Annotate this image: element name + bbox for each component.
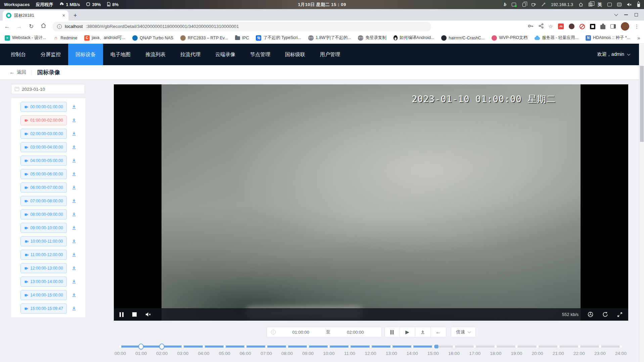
bookmark-item[interactable]: QNAP Turbo NAS: [132, 35, 173, 41]
extension-js-icon[interactable]: JS: [558, 24, 564, 29]
pause-icon[interactable]: [120, 312, 124, 317]
coffee-cup-icon[interactable]: [531, 2, 536, 7]
seek-back-button[interactable]: ←: [431, 327, 446, 337]
pause-button[interactable]: [384, 327, 400, 337]
segment-button[interactable]: 08:00:00-09:00:00: [20, 209, 67, 219]
bookmarks-overflow-icon[interactable]: »: [637, 35, 640, 41]
download-segment-icon[interactable]: [71, 171, 77, 177]
download-segment-icon[interactable]: [71, 211, 77, 217]
reload-icon[interactable]: ↻: [28, 23, 35, 30]
timeline-handle[interactable]: [159, 344, 165, 350]
download-segment-icon[interactable]: [71, 292, 77, 298]
bookmark-item[interactable]: NHDAtmos :: 种子 *...: [586, 35, 630, 41]
battery-icon[interactable]: [637, 2, 640, 7]
nav-tab-4[interactable]: 电子地图: [103, 44, 138, 65]
tab-close-icon[interactable]: ×: [62, 13, 65, 18]
workspace-switcher-icon[interactable]: [589, 3, 592, 6]
segment-button[interactable]: 15:00:00-15:09:47: [20, 304, 67, 314]
bookmark-item[interactable]: 1.8W字|了不起的...: [308, 35, 351, 41]
page-scrollbar[interactable]: [639, 44, 644, 362]
segment-button[interactable]: 10:00:00-11:00:00: [20, 236, 67, 246]
segment-button[interactable]: 05:00:00-06:00:00: [20, 169, 67, 179]
home-icon[interactable]: [40, 23, 47, 30]
download-button[interactable]: [415, 327, 431, 337]
nav-tab-5[interactable]: 推流列表: [138, 44, 173, 65]
end-time-value[interactable]: 02:00:00: [334, 330, 377, 335]
scrollbar-thumb[interactable]: [640, 66, 644, 142]
segment-button[interactable]: 06:00:00-07:00:00: [20, 183, 67, 193]
window-tray-icon[interactable]: [607, 3, 612, 6]
download-segment-icon[interactable]: [71, 158, 77, 164]
bookmark-item[interactable]: ∩Redmine: [53, 35, 77, 41]
bookmark-item[interactable]: 服务器 - 轻量应用...: [535, 35, 579, 41]
download-segment-icon[interactable]: [71, 185, 77, 191]
download-segment-icon[interactable]: [71, 131, 77, 137]
download-segment-icon[interactable]: [71, 279, 77, 285]
segment-button[interactable]: 04:00:00-05:00:00: [20, 156, 67, 166]
password-key-icon[interactable]: [527, 23, 534, 30]
download-segment-icon[interactable]: [71, 198, 77, 204]
segment-button[interactable]: 14:00:00-15:00:00: [20, 290, 67, 300]
download-segment-icon[interactable]: [71, 104, 77, 110]
share-icon[interactable]: [539, 23, 544, 30]
snapshot-shutter-icon[interactable]: [588, 312, 593, 317]
video-player[interactable]: 2023-01-10 01:00:00 星期二 552 kb/s: [114, 84, 628, 321]
segment-button[interactable]: 12:00:00-13:00:00: [20, 263, 67, 273]
segment-button[interactable]: 03:00:00-04:00:00: [20, 142, 67, 152]
mute-icon[interactable]: [145, 312, 151, 317]
timeline-handle[interactable]: [138, 344, 144, 350]
nav-tab-8[interactable]: 节点管理: [243, 44, 278, 65]
back-icon[interactable]: ←: [3, 23, 11, 30]
nav-tab-1[interactable]: 控制台: [3, 44, 33, 65]
bookmark-item[interactable]: hairrrrr/C-CrashC...: [441, 35, 485, 41]
screenshot-tray-icon[interactable]: [512, 3, 516, 6]
segment-button[interactable]: 07:00:00-08:00:00: [20, 196, 67, 206]
segment-button[interactable]: 11:00:00-12:00:00: [20, 250, 67, 260]
bookmark-item[interactable]: 知了不起的 TypeScri...: [256, 35, 301, 41]
download-segment-icon[interactable]: [71, 252, 77, 258]
segment-button[interactable]: 01:00:00-02:00:00: [20, 115, 67, 125]
start-time-value[interactable]: 01:00:00: [280, 330, 322, 335]
bookmark-item[interactable]: 如何编译Android...: [394, 35, 434, 41]
bookmark-star-icon[interactable]: ☆: [549, 24, 553, 30]
nav-tab-7[interactable]: 云端录像: [208, 44, 243, 65]
download-segment-icon[interactable]: [71, 225, 77, 231]
profile-avatar[interactable]: [621, 22, 629, 31]
nav-tab-2[interactable]: 分屏监控: [33, 44, 68, 65]
browser-menu-icon[interactable]: ⋮: [634, 24, 639, 30]
download-segment-icon[interactable]: [71, 238, 77, 244]
nav-tab-10[interactable]: 用户管理: [313, 44, 348, 65]
download-segment-icon[interactable]: [71, 117, 77, 123]
workspaces-button[interactable]: Workspaces: [4, 2, 30, 7]
window-minimize-icon[interactable]: [624, 14, 628, 15]
nav-tab-6[interactable]: 拉流代理: [173, 44, 208, 65]
color-picker-icon[interactable]: [541, 2, 546, 7]
tab-search-chevron-icon[interactable]: [614, 12, 618, 16]
extensions-puzzle-icon[interactable]: [600, 25, 605, 29]
bookmark-item[interactable]: Cjava、android可...: [84, 35, 125, 41]
nav-tab-9[interactable]: 国标级联: [278, 44, 313, 65]
extension-incognito-icon[interactable]: [569, 24, 574, 29]
bookmark-item[interactable]: RFC2833 – RTP Ev...: [180, 35, 228, 41]
download-segment-icon[interactable]: [71, 306, 77, 312]
fullscreen-icon[interactable]: [617, 312, 623, 317]
forward-icon[interactable]: →: [15, 23, 23, 30]
back-button[interactable]: ← 返回: [9, 69, 26, 75]
segment-button[interactable]: 09:00:00-10:00:00: [20, 223, 67, 233]
browser-tab[interactable]: 国标28181 ×: [3, 10, 68, 21]
bing-tray-icon[interactable]: b: [504, 2, 506, 7]
time-range-input[interactable]: 01:00:00 至 02:00:00: [267, 327, 382, 337]
bookmark-item[interactable]: IPC: [235, 36, 249, 40]
new-tab-button[interactable]: +: [71, 11, 80, 20]
volume-muted-icon[interactable]: [627, 2, 632, 7]
ip-address[interactable]: 192.168.1.3: [551, 2, 573, 7]
clipboard-tray-icon[interactable]: [522, 3, 526, 7]
download-segment-icon[interactable]: [71, 265, 77, 271]
speed-dropdown[interactable]: 倍速: [451, 327, 476, 337]
input-method-indicator[interactable]: 英: [598, 2, 602, 8]
extension-dark-icon[interactable]: [590, 24, 595, 29]
segment-button[interactable]: 00:00:00-01:00:00: [20, 102, 67, 112]
clock[interactable]: 1月10日 星期二 15：09: [298, 2, 346, 8]
video-frame[interactable]: [162, 84, 581, 321]
window-maximize-icon[interactable]: [635, 13, 638, 16]
